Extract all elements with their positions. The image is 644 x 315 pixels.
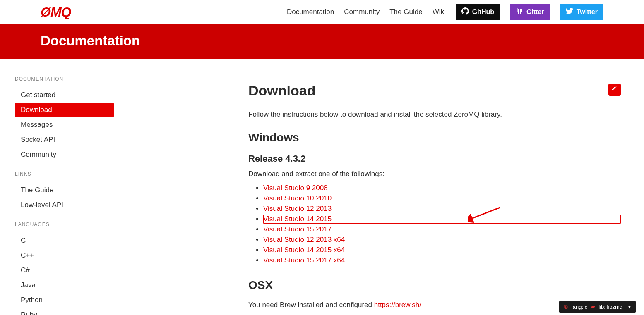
- download-list: Visual Studio 9 2008 Visual Studio 10 20…: [248, 184, 621, 265]
- dl-vs12-2013[interactable]: Visual Studio 12 2013: [263, 205, 332, 212]
- content: Download Follow the instructions below t…: [124, 59, 637, 315]
- twitter-icon: [566, 7, 573, 17]
- windows-heading: Windows: [248, 131, 621, 144]
- nav-community[interactable]: Community: [344, 8, 380, 16]
- svg-rect-0: [517, 8, 517, 12]
- sidebar-item-cpp[interactable]: C++: [15, 248, 114, 263]
- sidebar-item-get-started[interactable]: Get started: [15, 88, 114, 103]
- dl-vs15-2017[interactable]: Visual Studio 15 2017: [263, 225, 332, 233]
- nav-documentation[interactable]: Documentation: [287, 8, 334, 16]
- sidebar-item-python[interactable]: Python: [15, 293, 114, 308]
- sidebar-item-download[interactable]: Download: [15, 103, 114, 117]
- brew-link[interactable]: https://brew.sh/: [374, 301, 421, 309]
- osx-lead-text: You need Brew installed and configured: [248, 301, 374, 309]
- globe-icon: ⊕: [563, 303, 568, 310]
- page-title: Download: [248, 83, 621, 99]
- gitter-button[interactable]: Gitter: [510, 4, 550, 20]
- dl-vs10-2010[interactable]: Visual Studio 10 2010: [263, 194, 332, 202]
- lib-label: lib: libzmq: [598, 304, 622, 310]
- gitter-icon: [516, 7, 523, 17]
- chevron-down-icon: ▼: [627, 305, 632, 309]
- sidebar-item-community[interactable]: Community: [15, 147, 114, 162]
- svg-rect-1: [518, 9, 519, 14]
- dl-vs12-2013-x64[interactable]: Visual Studio 12 2013 x64: [263, 236, 345, 243]
- github-button[interactable]: GitHub: [456, 4, 500, 20]
- sidebar-list-links: The Guide Low-level API: [15, 183, 124, 212]
- sidebar-list-documentation: Get started Download Messages Socket API…: [15, 88, 124, 162]
- dl-vs14-2015[interactable]: Visual Studio 14 2015: [263, 215, 332, 223]
- sidebar-section-documentation: DOCUMENTATION: [15, 76, 124, 82]
- sidebar-list-languages: C C++ C# Java Python Ruby: [15, 233, 124, 315]
- banner-title: Documentation: [41, 33, 603, 49]
- topnav: Documentation Community The Guide Wiki G…: [287, 4, 603, 20]
- twitter-label: Twitter: [577, 8, 598, 16]
- sidebar-section-links: LINKS: [15, 171, 124, 177]
- sidebar-item-the-guide[interactable]: The Guide: [15, 183, 114, 198]
- svg-rect-3: [521, 9, 522, 12]
- svg-rect-2: [520, 9, 521, 14]
- github-icon: [461, 7, 469, 17]
- book-icon: ▰: [591, 303, 595, 310]
- nav-wiki[interactable]: Wiki: [433, 8, 446, 16]
- release-lead: Download and extract one of the followin…: [248, 170, 621, 178]
- dl-vs14-2015-x64[interactable]: Visual Studio 14 2015 x64: [263, 246, 345, 254]
- dl-vs9-2008[interactable]: Visual Studio 9 2008: [263, 184, 328, 192]
- sidebar-item-messages[interactable]: Messages: [15, 117, 114, 132]
- dl-vs15-2017-x64[interactable]: Visual Studio 15 2017 x64: [263, 256, 345, 264]
- pencil-icon: [611, 86, 618, 94]
- osx-heading: OSX: [248, 279, 621, 292]
- lang-lib-selector[interactable]: ⊕ lang: c ▰ lib: libzmq ▼: [559, 301, 636, 313]
- sidebar-item-socket-api[interactable]: Socket API: [15, 132, 114, 147]
- sidebar-item-c[interactable]: C: [15, 233, 114, 248]
- lang-label: lang: c: [572, 304, 587, 310]
- intro-paragraph: Follow the instructions below to downloa…: [248, 110, 621, 119]
- sidebar-item-lowlevel-api[interactable]: Low-level API: [15, 198, 114, 212]
- sidebar-section-languages: LANGUAGES: [15, 222, 124, 227]
- edit-button[interactable]: [608, 84, 621, 96]
- sidebar-item-java[interactable]: Java: [15, 278, 114, 293]
- sidebar-item-csharp[interactable]: C#: [15, 263, 114, 278]
- release-heading: Release 4.3.2: [248, 153, 621, 164]
- layout: DOCUMENTATION Get started Download Messa…: [0, 59, 644, 315]
- banner: Documentation: [0, 24, 644, 59]
- topbar: ØMQ Documentation Community The Guide Wi…: [0, 0, 644, 24]
- twitter-button[interactable]: Twitter: [560, 4, 603, 20]
- sidebar: DOCUMENTATION Get started Download Messa…: [0, 59, 124, 315]
- logo[interactable]: ØMQ: [41, 5, 71, 20]
- github-label: GitHub: [472, 8, 494, 16]
- sidebar-item-ruby[interactable]: Ruby: [15, 308, 114, 315]
- gitter-label: Gitter: [526, 8, 544, 16]
- nav-guide[interactable]: The Guide: [389, 8, 422, 16]
